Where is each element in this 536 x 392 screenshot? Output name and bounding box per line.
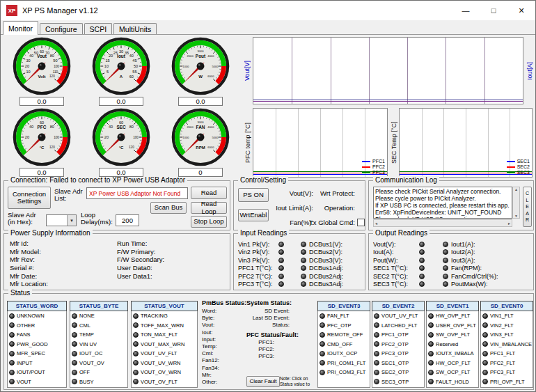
status-item[interactable]: VIN_IMBALANCE [481,340,533,350]
scroll-right-icon[interactable]: ► [507,221,511,226]
status-item[interactable]: BUSY [70,377,127,387]
status-item[interactable]: VIN3_FLT [481,330,533,340]
status-item[interactable]: IOUT_OC [70,349,127,359]
log-horizontal-scrollbar[interactable]: ◄ ► [373,219,512,227]
listbox-items: HW_OVP_FLTUSER_OVP_FLTSW_OVP_FLTReserved… [426,311,479,388]
tab-configure[interactable]: Configure [40,23,83,35]
status-item-label: PFC3_FLT [490,369,515,375]
status-item[interactable]: PRI_COM3_FLT [318,368,370,377]
status-item[interactable]: VOUT_UV_WRN [132,359,197,368]
status-item[interactable]: SEC3_OTP [372,377,424,387]
status-item[interactable]: TRACKING [132,311,197,321]
status-item[interactable]: PFC1_FLT [481,349,533,359]
status-item[interactable]: FAULT_HOLD [427,377,478,387]
system-status-title: System Status: [246,299,316,306]
status-item[interactable]: NONE [70,311,127,321]
loop-delay-input[interactable]: 200 [116,214,139,226]
sec-temp-chart: SEC1SEC2SEC3 [399,108,533,178]
status-item[interactable]: TEMP [70,330,127,340]
status-item[interactable]: PFC1_OTP [372,330,424,340]
slave-adr-combobox[interactable]: ▾ [46,214,77,226]
status-item-label: VIN2_FLT [490,322,514,329]
status-item[interactable]: Reserved [427,340,478,350]
status-field-label: Last SD Event: [246,315,290,322]
scroll-up-icon[interactable]: ▲ [514,187,518,191]
status-item[interactable]: HW_OCP_FLT [427,359,478,368]
status-item[interactable]: TOFF_MAX_WRN [132,321,197,331]
minimize-icon[interactable]: — [452,1,480,20]
stop-loop-button[interactable]: Stop Loop [191,216,227,228]
maximize-icon[interactable]: □ [480,1,507,20]
read-button[interactable]: Read [191,187,227,199]
status-item[interactable]: SW_OVP_FLT [427,330,478,340]
status-item[interactable]: PRI_COM1_FLT [318,359,370,368]
close-icon[interactable]: ✕ [507,1,535,20]
status-item[interactable]: PFC_OTP [318,321,370,331]
status-item[interactable]: VOUT_OV [70,359,127,368]
status-item[interactable]: CML [70,321,127,331]
log-vertical-scrollbar[interactable]: ▲ ▼ [512,187,520,219]
status-item[interactable]: IOUT/POUT [8,368,66,377]
legend-item: PFC1 [362,159,385,164]
status-item[interactable]: CMD_OFF [318,340,370,350]
status-item[interactable]: VIN1_FLT [481,311,533,321]
status-item[interactable]: VOUT_OV_FLT [132,377,197,387]
status-item[interactable]: IOUTX_OCP [318,349,370,359]
status-item[interactable]: PFC3_OTP [372,349,424,359]
status-item-label: PRI_COM1_FLT [327,360,365,366]
communication-log-text[interactable]: Please check PICkit Serial Analyzer conn… [373,187,512,219]
ps-on-button[interactable]: PS ON [238,188,269,202]
status-item[interactable]: VOUT_UV_FLT [372,311,424,321]
tx-global-cmd-checkbox[interactable] [357,219,365,226]
status-item[interactable]: TON_MAX_FLT [132,330,197,340]
svg-text:60: 60 [40,49,44,54]
status-item[interactable]: VIN2_FLT [481,321,533,331]
svg-text:80: 80 [50,125,54,129]
reading-row: Iout3(A): [443,256,532,265]
status-item[interactable]: FAN_FLT [318,311,370,321]
status-item[interactable]: REMOTE_OFF [318,330,370,340]
legend-line-icon [362,166,370,168]
scan-bus-button[interactable]: Scan Bus [150,202,187,214]
status-item[interactable]: PWR_GOOD [8,340,66,350]
scroll-left-icon[interactable]: ◄ [375,221,378,226]
clear-fault-button[interactable]: Clear Fault [246,376,280,387]
status-item[interactable]: UNKNOWN [8,311,66,321]
svg-text:20: 20 [109,54,113,58]
legend-item: SEC3 [507,170,530,175]
status-item[interactable]: PRI_OVP_FLT [481,377,533,387]
svg-text:15: 15 [105,58,109,63]
status-item[interactable]: PFC2_FLT [481,359,533,368]
status-item[interactable]: SEC2_OTP [372,368,424,377]
status-item[interactable]: INPUT [8,359,66,368]
status-item[interactable]: MFR_SPEC [8,349,66,359]
status-item[interactable]: FANS [8,330,66,340]
connection-settings-button[interactable]: Connection Settings [8,187,51,209]
status-item[interactable]: LATCHED_FLT [372,321,424,331]
status-field-label: Other: [202,379,244,386]
tab-monitor[interactable]: Monitor [3,21,38,35]
wrt-enabl-button[interactable]: WrtEnabl [238,209,269,221]
scroll-down-icon[interactable]: ▼ [514,214,518,218]
status-item[interactable]: VOUT_MAX_WRN [132,340,197,350]
status-item[interactable]: VIN UV [70,340,127,350]
status-field-label: Mfr: [202,372,244,379]
status-item[interactable]: IOUTX_IMBALA [427,349,478,359]
read-loop-button[interactable]: Read Loop [191,202,227,214]
status-item[interactable]: VOUT [8,377,66,387]
status-item[interactable]: PFC3_FLT [481,368,533,377]
gauge-pout-value: 0.0 [178,97,223,106]
status-item[interactable]: USER_OVP_FLT [427,321,478,331]
status-item[interactable]: SW_OCP_FLT [427,368,478,377]
status-item[interactable]: VOUT_OV_WRN [132,368,197,377]
status-item[interactable]: OFF [70,368,127,377]
slave-adr-list-field[interactable]: XP Power USB Adaptor Not Found [86,187,188,199]
status-item[interactable]: VOUT_UV_FLT [132,349,197,359]
tab-scpi[interactable]: SCPI [84,23,113,35]
clear-log-button[interactable]: CLEAR [523,187,532,227]
status-item[interactable]: SEC1_OTP [372,359,424,368]
status-item[interactable]: OTHER [8,321,66,331]
status-item[interactable]: PFC2_OTP [372,340,424,350]
status-item[interactable]: HW_OVP_FLT [427,311,478,321]
tab-multiunits[interactable]: MultiUnits [113,23,157,35]
